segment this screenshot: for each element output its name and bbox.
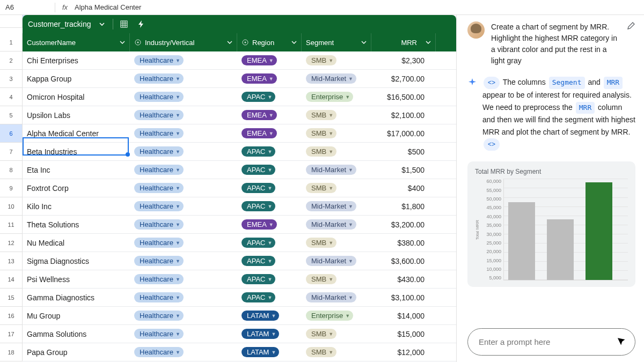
- cell-customername[interactable]: Gamma Diagnostics: [23, 289, 130, 306]
- pill-segment[interactable]: Enterprise ▼: [306, 311, 353, 321]
- cell-mrr[interactable]: $2,700.00: [371, 70, 436, 87]
- pill-industry[interactable]: Healthcare ▼: [134, 311, 184, 321]
- cell-region[interactable]: APAC ▼: [237, 161, 302, 179]
- cell-mrr[interactable]: $3,200.00: [371, 216, 436, 233]
- pill-industry[interactable]: Healthcare ▼: [134, 347, 184, 357]
- prompt-input[interactable]: [479, 337, 624, 346]
- pill-segment[interactable]: Mid-Market ▼: [306, 73, 356, 84]
- cell-mrr[interactable]: $400: [371, 179, 436, 197]
- cell-industry[interactable]: Healthcare ▼: [130, 270, 237, 288]
- cell-region[interactable]: APAC ▼: [237, 252, 302, 270]
- table-row[interactable]: Alpha Medical CenterHealthcare ▼EMEA ▼SM…: [23, 124, 456, 143]
- pill-region[interactable]: LATAM ▼: [241, 347, 279, 357]
- cell-customername[interactable]: Sigma Diagnostics: [23, 252, 130, 270]
- header-mrr[interactable]: MRR: [371, 33, 436, 51]
- chevron-down-icon[interactable]: [120, 40, 125, 45]
- pill-segment[interactable]: Mid-Market ▼: [306, 201, 356, 211]
- row-header-7[interactable]: 7: [0, 143, 23, 161]
- pill-region[interactable]: APAC ▼: [241, 165, 275, 175]
- table-row[interactable]: Papa GroupHealthcare ▼LATAM ▼SMB ▼$12,00…: [23, 343, 456, 361]
- pill-region[interactable]: APAC ▼: [241, 274, 275, 284]
- cell-customername[interactable]: Foxtrot Corp: [23, 179, 130, 197]
- pill-industry[interactable]: Healthcare ▼: [134, 128, 184, 138]
- cell-industry[interactable]: Healthcare ▼: [130, 161, 237, 179]
- pill-region[interactable]: APAC ▼: [241, 238, 275, 248]
- table-row[interactable]: Theta SolutionsHealthcare ▼EMEA ▼Mid-Mar…: [23, 216, 456, 234]
- pill-industry[interactable]: Healthcare ▼: [134, 238, 184, 248]
- cell-segment[interactable]: Mid-Market ▼: [302, 252, 371, 270]
- cell-segment[interactable]: SMB ▼: [302, 270, 371, 288]
- cell-industry[interactable]: Healthcare ▼: [130, 179, 237, 197]
- cell-segment[interactable]: SMB ▼: [302, 51, 371, 69]
- cell-mrr[interactable]: $1,800: [371, 197, 436, 215]
- cell-region[interactable]: LATAM ▼: [237, 307, 302, 324]
- cell-mrr[interactable]: $430.00: [371, 270, 436, 288]
- header-industry[interactable]: Industry/Vertical: [130, 33, 237, 51]
- row-header-6[interactable]: 6: [0, 124, 23, 143]
- row-header-14[interactable]: 14: [0, 270, 23, 289]
- cell-mrr[interactable]: $16,500.00: [371, 88, 436, 106]
- cell-segment[interactable]: Mid-Market ▼: [302, 197, 371, 215]
- pill-industry[interactable]: Healthcare ▼: [134, 329, 184, 339]
- table-row[interactable]: Beta IndustriesHealthcare ▼APAC ▼SMB ▼$5…: [23, 143, 456, 161]
- table-row[interactable]: Sigma DiagnosticsHealthcare ▼APAC ▼Mid-M…: [23, 252, 456, 270]
- cell-mrr[interactable]: $14,000: [371, 307, 436, 324]
- cell-mrr[interactable]: $17,000.00: [371, 124, 436, 142]
- cell-industry[interactable]: Healthcare ▼: [130, 70, 237, 87]
- row-header-3[interactable]: 3: [0, 70, 23, 88]
- pill-segment[interactable]: SMB ▼: [306, 347, 336, 357]
- cell-segment[interactable]: SMB ▼: [302, 124, 371, 142]
- cell-mrr[interactable]: $15,000: [371, 325, 436, 343]
- cell-region[interactable]: APAC ▼: [237, 270, 302, 288]
- row-header-4[interactable]: 4: [0, 88, 23, 106]
- row-header-2[interactable]: 2: [0, 51, 23, 70]
- row-header-8[interactable]: 8: [0, 161, 23, 179]
- pill-region[interactable]: APAC ▼: [241, 292, 275, 302]
- pill-region[interactable]: APAC ▼: [241, 92, 275, 102]
- pill-segment[interactable]: SMB ▼: [306, 274, 336, 284]
- pill-industry[interactable]: Healthcare ▼: [134, 146, 184, 157]
- cell-segment[interactable]: SMB ▼: [302, 179, 371, 197]
- cell-mrr[interactable]: $500: [371, 143, 436, 160]
- cell-segment[interactable]: SMB ▼: [302, 343, 371, 361]
- table-row[interactable]: Chi EnterprisesHealthcare ▼EMEA ▼SMB ▼$2…: [23, 51, 456, 70]
- cell-mrr[interactable]: $2,300: [371, 51, 436, 69]
- code-expand-icon[interactable]: <>: [484, 138, 500, 151]
- pill-industry[interactable]: Healthcare ▼: [134, 292, 184, 302]
- cell-customername[interactable]: Upsilon Labs: [23, 106, 130, 124]
- cell-customername[interactable]: Papa Group: [23, 343, 130, 361]
- table-row[interactable]: Eta IncHealthcare ▼APAC ▼Mid-Market ▼$1,…: [23, 161, 456, 179]
- row-header-15[interactable]: 15: [0, 289, 23, 307]
- cell-industry[interactable]: Healthcare ▼: [130, 307, 237, 324]
- cell-segment[interactable]: SMB ▼: [302, 143, 371, 160]
- row-header-9[interactable]: 9: [0, 179, 23, 197]
- cell-industry[interactable]: Healthcare ▼: [130, 124, 237, 142]
- cell-segment[interactable]: SMB ▼: [302, 234, 371, 252]
- row-header-16[interactable]: 16: [0, 307, 23, 325]
- formula-value[interactable]: Alpha Medical Center: [75, 3, 141, 11]
- pill-industry[interactable]: Healthcare ▼: [134, 55, 184, 65]
- cell-segment[interactable]: Mid-Market ▼: [302, 216, 371, 233]
- pill-region[interactable]: LATAM ▼: [241, 329, 279, 339]
- cell-mrr[interactable]: $3,100.00: [371, 289, 436, 306]
- cell-mrr[interactable]: $1,500: [371, 161, 436, 179]
- cell-segment[interactable]: Enterprise ▼: [302, 88, 371, 106]
- pill-region[interactable]: EMEA ▼: [241, 73, 277, 84]
- cell-customername[interactable]: Chi Enterprises: [23, 51, 130, 69]
- cell-industry[interactable]: Healthcare ▼: [130, 197, 237, 215]
- row-header-12[interactable]: 12: [0, 234, 23, 252]
- cell-region[interactable]: APAC ▼: [237, 88, 302, 106]
- cell-mrr[interactable]: $3,600.00: [371, 252, 436, 270]
- pill-industry[interactable]: Healthcare ▼: [134, 110, 184, 120]
- pill-segment[interactable]: SMB ▼: [306, 329, 336, 339]
- chart-preview[interactable]: Total MRR by Segment Total MRR 60,00055,…: [467, 161, 635, 287]
- cell-mrr[interactable]: $380.00: [371, 234, 436, 252]
- pill-region[interactable]: APAC ▼: [241, 201, 275, 211]
- row-header-13[interactable]: 13: [0, 252, 23, 270]
- pill-industry[interactable]: Healthcare ▼: [134, 183, 184, 193]
- cell-region[interactable]: APAC ▼: [237, 197, 302, 215]
- pill-region[interactable]: EMEA ▼: [241, 128, 277, 138]
- table-row[interactable]: Kilo IncHealthcare ▼APAC ▼Mid-Market ▼$1…: [23, 197, 456, 216]
- cell-region[interactable]: EMEA ▼: [237, 106, 302, 124]
- pill-region[interactable]: EMEA ▼: [241, 110, 277, 120]
